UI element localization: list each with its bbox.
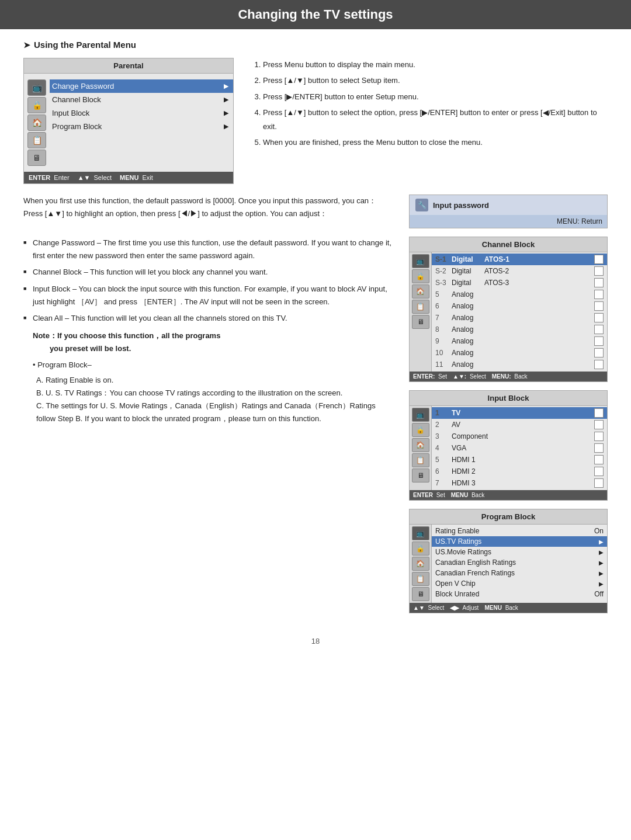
parental-item-0[interactable]: Change Password ▶ xyxy=(50,79,233,93)
cb-row-8[interactable]: 10 Analog xyxy=(432,347,607,359)
ib-check-0[interactable]: ✓ xyxy=(594,408,604,418)
cb-check-7[interactable] xyxy=(594,336,604,346)
ib-icon-2: 🔒 xyxy=(412,423,429,437)
pb-icon-5: 🖥 xyxy=(412,587,429,601)
cb-check-0[interactable]: ✓ xyxy=(594,255,604,264)
page-title: Changing the TV settings xyxy=(238,7,393,22)
parental-item-arrow-1: ▶ xyxy=(224,96,228,103)
ib-row-2[interactable]: 3 Component xyxy=(432,431,607,442)
cb-check-8[interactable] xyxy=(594,348,604,357)
pb-row-1[interactable]: US.TV Ratings ▶ xyxy=(432,536,607,547)
program-block-rows: Rating Enable On US.TV Ratings ▶ US.Movi… xyxy=(432,525,607,603)
pb-footer-menu: MENU Back xyxy=(484,605,518,611)
ib-check-3[interactable] xyxy=(594,443,604,453)
channel-block-footer: ENTER: Set ▲▼: Select MENU: Back xyxy=(410,372,607,381)
cb-check-9[interactable] xyxy=(594,360,604,369)
pb-row-0[interactable]: Rating Enable On xyxy=(432,526,607,536)
pb-row-4[interactable]: Canadian French Ratings ▶ xyxy=(432,568,607,578)
program-block-icons: 📺 🔒 🏠 📋 🖥 xyxy=(410,525,432,603)
program-block-title-label: Program Block xyxy=(410,509,607,525)
instruction-4: Press [▲/▼] button to select the option,… xyxy=(263,106,608,133)
instructions-list: Press Menu button to display the main me… xyxy=(251,58,608,184)
ib-check-5[interactable] xyxy=(594,467,604,476)
pb-icon-4: 📋 xyxy=(412,572,429,586)
pb-row-5[interactable]: Open V Chip ▶ xyxy=(432,578,607,589)
cb-row-0[interactable]: S-1 Digital ATOS-1 ✓ xyxy=(432,254,607,265)
ib-row-6[interactable]: 7 HDMI 3 xyxy=(432,477,607,489)
channel-block-title: Channel Block xyxy=(410,237,607,252)
channel-block-panel: Channel Block 📺 🔒 🏠 📋 🖥 S-1 Digital AT xyxy=(409,237,608,382)
cb-row-2[interactable]: S-3 Digital ATOS-3 xyxy=(432,277,607,289)
cb-check-6[interactable] xyxy=(594,325,604,334)
pb-icon-1: 📺 xyxy=(412,526,429,540)
ib-icon-1: 📺 xyxy=(412,408,429,422)
description-area: When you first use this function, the de… xyxy=(23,195,391,426)
pb-row-2[interactable]: US.Movie Ratings ▶ xyxy=(432,547,607,557)
right-panels: 🔧 Input password MENU: Return Channel Bl… xyxy=(409,195,608,613)
cb-icon-5: 🖥 xyxy=(412,315,429,329)
instruction-3: Press [▶/ENTER] button to enter Setup me… xyxy=(263,90,608,103)
bullet-1: Change Password – The first time you use… xyxy=(23,237,391,262)
channel-block-rows: S-1 Digital ATOS-1 ✓ S-2 Digital ATOS-2 xyxy=(432,252,607,372)
cb-check-3[interactable] xyxy=(594,290,604,299)
ib-icon-3: 🏠 xyxy=(412,438,429,452)
cb-row-6[interactable]: 8 Analog xyxy=(432,324,607,335)
cb-icon-3: 🏠 xyxy=(412,284,429,298)
parental-item-label-2: Input Block xyxy=(52,109,89,117)
ib-row-3[interactable]: 4 VGA xyxy=(432,442,607,454)
parental-item-arrow-2: ▶ xyxy=(224,109,228,117)
parental-icon-list: 📺 🔒 🏠 📋 🖥 xyxy=(24,77,50,168)
cb-icon-4: 📋 xyxy=(412,300,429,314)
ib-check-1[interactable] xyxy=(594,420,604,429)
prog-b: B. U. S. TV Ratings：You can choose TV ra… xyxy=(36,387,391,400)
instruction-2: Press [▲/▼] button to select Setup item. xyxy=(263,74,608,87)
input-block-rows: 1 TV ✓ 2 AV 3 Component xyxy=(432,406,607,490)
footer-enter-key: ENTER Enter xyxy=(29,174,70,181)
footer-select-key: ▲▼ Select xyxy=(78,174,112,181)
parental-item-3[interactable]: Program Block ▶ xyxy=(50,120,233,133)
input-password-subtitle: MENU: Return xyxy=(410,215,607,228)
input-block-title: Input Block xyxy=(410,391,607,406)
ib-footer-menu: MENU Back xyxy=(451,492,484,498)
password-icon: 🔧 xyxy=(415,199,428,211)
program-block-panel: Program Block 📺 🔒 🏠 📋 🖥 Rating Enable On xyxy=(409,509,608,613)
parental-item-2[interactable]: Input Block ▶ xyxy=(50,106,233,120)
cb-row-5[interactable]: 7 Analog xyxy=(432,312,607,324)
cb-row-3[interactable]: 5 Analog xyxy=(432,289,607,300)
ib-check-2[interactable] xyxy=(594,432,604,441)
parental-menu-box: Parental 📺 🔒 🏠 📋 🖥 Change Password ▶ Cha… xyxy=(23,58,234,184)
cb-row-7[interactable]: 9 Analog xyxy=(432,335,607,347)
ib-check-4[interactable] xyxy=(594,455,604,464)
bullet-2: Channel Block – This function will let y… xyxy=(23,266,391,279)
pb-row-3[interactable]: Canadian English Ratings ▶ xyxy=(432,557,607,568)
parental-item-arrow-3: ▶ xyxy=(224,123,228,130)
ib-icon-5: 🖥 xyxy=(412,468,429,483)
ib-footer-enter: ENTER Set xyxy=(413,492,445,498)
cb-check-4[interactable] xyxy=(594,301,604,311)
ib-row-4[interactable]: 5 HDMI 1 xyxy=(432,454,607,466)
cb-check-5[interactable] xyxy=(594,313,604,322)
cb-check-1[interactable] xyxy=(594,266,604,276)
parental-icon-2: 🔒 xyxy=(27,97,46,113)
cb-row-4[interactable]: 6 Analog xyxy=(432,300,607,312)
program-block-footer: ▲▼ Select ◀▶ Adjust MENU Back xyxy=(410,603,607,613)
parental-menu-title: Parental xyxy=(24,58,233,74)
cb-row-9[interactable]: 11 Analog xyxy=(432,359,607,370)
parental-icon-5: 🖥 xyxy=(27,150,46,166)
ib-row-5[interactable]: 6 HDMI 2 xyxy=(432,466,607,477)
footer-menu-key: MENU Exit xyxy=(120,174,153,181)
ib-check-6[interactable] xyxy=(594,478,604,488)
parental-icon-4: 📋 xyxy=(27,132,46,148)
cb-check-2[interactable] xyxy=(594,278,604,287)
pb-row-6[interactable]: Block Unrated Off xyxy=(432,589,607,599)
ib-icon-4: 📋 xyxy=(412,453,429,467)
desc-intro: When you first use this function, the de… xyxy=(23,195,391,220)
input-password-label: Input password xyxy=(433,201,489,210)
prog-c: C. The settings for U. S. Movie Ratings，… xyxy=(36,400,391,425)
parental-item-1[interactable]: Channel Block ▶ xyxy=(50,93,233,106)
ib-row-1[interactable]: 2 AV xyxy=(432,419,607,431)
page-header: Changing the TV settings xyxy=(0,0,631,29)
ib-row-0[interactable]: 1 TV ✓ xyxy=(432,407,607,419)
cb-row-1[interactable]: S-2 Digital ATOS-2 xyxy=(432,265,607,277)
cb-footer-select: ▲▼: Select xyxy=(453,373,486,380)
